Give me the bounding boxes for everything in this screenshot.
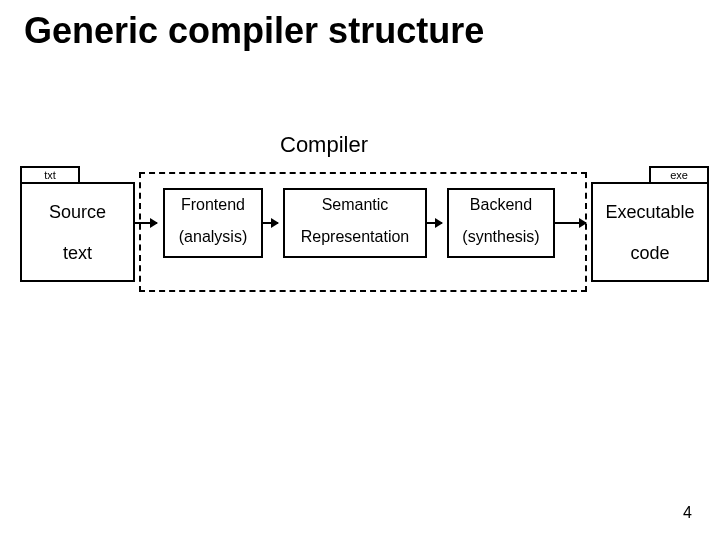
executable-tag: exe bbox=[649, 166, 709, 184]
executable-box: exe Executable code bbox=[591, 182, 709, 282]
frontend-box: Frontend (analysis) bbox=[163, 188, 263, 258]
source-box: txt Source text bbox=[20, 182, 135, 282]
semantic-box: Semantic Representation bbox=[283, 188, 427, 258]
slide: Generic compiler structure Compiler txt … bbox=[0, 0, 720, 540]
backend-line2: (synthesis) bbox=[449, 228, 553, 246]
arrow-icon bbox=[425, 222, 442, 224]
executable-line1: Executable bbox=[593, 202, 707, 223]
arrow-icon bbox=[553, 222, 586, 224]
executable-line2: code bbox=[593, 243, 707, 264]
frontend-line2: (analysis) bbox=[165, 228, 261, 246]
arrow-icon bbox=[133, 222, 157, 224]
compiler-label: Compiler bbox=[280, 132, 368, 158]
slide-title: Generic compiler structure bbox=[24, 10, 484, 52]
backend-line1: Backend bbox=[449, 196, 553, 214]
frontend-line1: Frontend bbox=[165, 196, 261, 214]
arrow-icon bbox=[261, 222, 278, 224]
source-line2: text bbox=[22, 243, 133, 264]
source-line1: Source bbox=[22, 202, 133, 223]
backend-box: Backend (synthesis) bbox=[447, 188, 555, 258]
source-tag: txt bbox=[20, 166, 80, 184]
semantic-line2: Representation bbox=[285, 228, 425, 246]
semantic-line1: Semantic bbox=[285, 196, 425, 214]
page-number: 4 bbox=[683, 504, 692, 522]
